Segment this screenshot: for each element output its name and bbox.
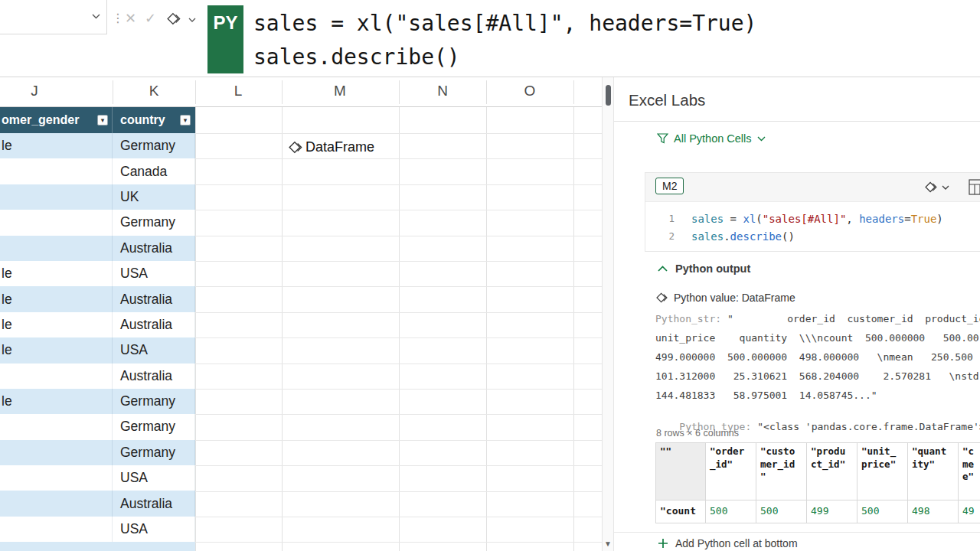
python-card-icon [925, 181, 938, 194]
dataframe-preview-table: """order _id""custo mer_id ""produ ct_id… [655, 442, 980, 523]
cell-customer-gender[interactable] [0, 158, 113, 184]
formula-bar: ⋮ ✕ ✓ PY sales = xl("sales[#All]", heade… [0, 0, 980, 77]
cell-country[interactable]: Australia [113, 312, 195, 337]
cell-customer-gender[interactable] [0, 414, 113, 439]
python-type-value: "<class 'pandas.core.frame.DataFrame'>" [757, 421, 980, 432]
column-separator [282, 80, 283, 104]
cell-country[interactable]: Germany [113, 210, 195, 235]
cell-country[interactable]: Australia [113, 364, 195, 389]
funnel-icon [657, 133, 668, 144]
scroll-down-arrow[interactable]: ▼ [603, 540, 613, 548]
python-str-line: 144.481833 58.975001 14.058745..." [655, 386, 980, 405]
preview-header-cell: "quant ity" [908, 442, 959, 500]
cell-country[interactable]: Australia [113, 236, 195, 261]
column-header-M[interactable]: M [334, 83, 346, 99]
divider [614, 121, 980, 122]
code-editor[interactable]: 1sales = xl("sales[#All]", headers=True)… [645, 202, 980, 245]
cell-country[interactable]: Germany [113, 133, 195, 158]
cell-customer-gender[interactable] [0, 236, 113, 261]
column-header-N[interactable]: N [437, 83, 448, 99]
formula-input-line2[interactable]: sales.describe() [253, 44, 460, 70]
table-icon[interactable] [969, 179, 980, 199]
dataframe-cell[interactable]: DataFrame [289, 137, 374, 157]
cell-country[interactable]: Germany [113, 389, 195, 414]
header-country[interactable]: country ▾ [113, 107, 195, 133]
excel-labs-panel: Excel Labs All Python Cells M2 1sales = … [613, 77, 980, 551]
python-str-line: 101.312000 25.310621 568.204000 2.570281… [655, 367, 980, 386]
cell-country[interactable]: Germany [113, 414, 195, 439]
cell-country[interactable]: Canada [113, 158, 195, 184]
column-header-J[interactable]: J [31, 83, 38, 99]
line-number: 2 [656, 230, 675, 242]
line-number: 1 [656, 213, 675, 224]
cell-customer-gender[interactable] [0, 364, 113, 389]
cell-customer-gender[interactable] [0, 440, 113, 465]
preview-data-cell: "count [655, 500, 706, 523]
filter-dropdown-icon[interactable]: ▾ [97, 115, 108, 126]
cell-customer-gender[interactable] [0, 491, 113, 516]
chevron-down-icon [942, 185, 949, 190]
table-row: USA [0, 465, 195, 491]
cancel-icon[interactable]: ✕ [125, 10, 136, 27]
table-row-partial [0, 542, 195, 551]
more-options-icon[interactable]: ⋮ [112, 11, 124, 25]
python-str-block: Python_str: " order_id customer_id produ… [655, 309, 980, 405]
python-str-line: unit_price quantity \\\ncount 500.000000… [655, 328, 980, 347]
table-row: UK [0, 184, 195, 210]
preview-data-cell: 499 [807, 500, 858, 523]
cell-customer-gender[interactable]: le [0, 133, 113, 158]
name-box[interactable] [0, 0, 107, 34]
cell-customer-gender[interactable]: le [0, 337, 113, 363]
cell-country[interactable]: USA [113, 261, 195, 286]
cell-country[interactable]: USA [113, 337, 195, 363]
plus-icon [658, 538, 668, 549]
column-separator [113, 80, 113, 104]
table-row: Canada [0, 158, 195, 184]
cell-customer-gender[interactable]: le [0, 286, 113, 311]
table-row: leAustralia [0, 312, 195, 337]
column-header-O[interactable]: O [524, 83, 536, 99]
cell-country[interactable]: Australia [113, 491, 195, 516]
cell-country[interactable]: UK [113, 184, 195, 210]
confirm-icon[interactable]: ✓ [145, 10, 156, 27]
column-separator [573, 80, 574, 104]
code-line[interactable]: 2sales.describe() [645, 227, 980, 245]
column-header-L[interactable]: L [234, 83, 243, 99]
vertical-scrollbar[interactable]: ▼ [602, 77, 613, 551]
cell-customer-gender[interactable]: le [0, 389, 113, 414]
python-str-line: 499.000000 500.000000 498.000000 \nmean … [655, 347, 980, 367]
cell-customer-gender[interactable] [0, 184, 113, 210]
add-python-cell-label: Add Python cell at bottom [675, 537, 798, 549]
cell-customer-gender[interactable] [0, 517, 113, 542]
formula-input-line1[interactable]: sales = xl("sales[#All]", headers=True) [253, 11, 756, 36]
preview-header-cell: "custo mer_id " [756, 442, 807, 500]
cell-country[interactable]: USA [113, 517, 195, 542]
cell-customer-gender[interactable] [0, 210, 113, 235]
filter-dropdown-icon[interactable]: ▾ [180, 115, 191, 126]
output-type-selector[interactable] [925, 181, 949, 194]
preview-data-cell: 500 [706, 500, 756, 523]
python-cells-filter[interactable]: All Python Cells [657, 132, 766, 145]
code-line[interactable]: 1sales = xl("sales[#All]", headers=True) [645, 210, 980, 227]
add-python-cell-button[interactable]: Add Python cell at bottom [658, 537, 798, 549]
cell-country[interactable]: USA [113, 465, 195, 491]
cell-country[interactable]: Germany [113, 440, 195, 465]
cell-card-toolbar: M2 [645, 173, 980, 202]
output-header-label: Python output [675, 262, 750, 275]
python-card-icon[interactable] [167, 11, 181, 29]
scrollbar-thumb[interactable] [606, 85, 611, 106]
header-label: omer_gender [2, 113, 79, 127]
table-row: Germany [0, 210, 195, 235]
header-customer-gender[interactable]: omer_gender ▾ [0, 107, 113, 133]
cell-customer-gender[interactable]: le [0, 312, 113, 337]
cell-country[interactable]: Australia [113, 286, 195, 311]
cell-reference[interactable]: M2 [655, 178, 684, 194]
spreadsheet-grid: JKLMNO omer_gender ▾ country ▾ leGermany… [0, 77, 602, 551]
python-value-label: Python value: DataFrame [674, 292, 795, 304]
preview-data-cell: 49 [959, 500, 980, 523]
python-output-section-toggle[interactable]: Python output [658, 262, 750, 275]
cell-customer-gender[interactable] [0, 465, 113, 491]
chevron-down-icon[interactable] [188, 18, 196, 22]
column-header-K[interactable]: K [149, 83, 159, 99]
cell-customer-gender[interactable]: le [0, 261, 113, 286]
